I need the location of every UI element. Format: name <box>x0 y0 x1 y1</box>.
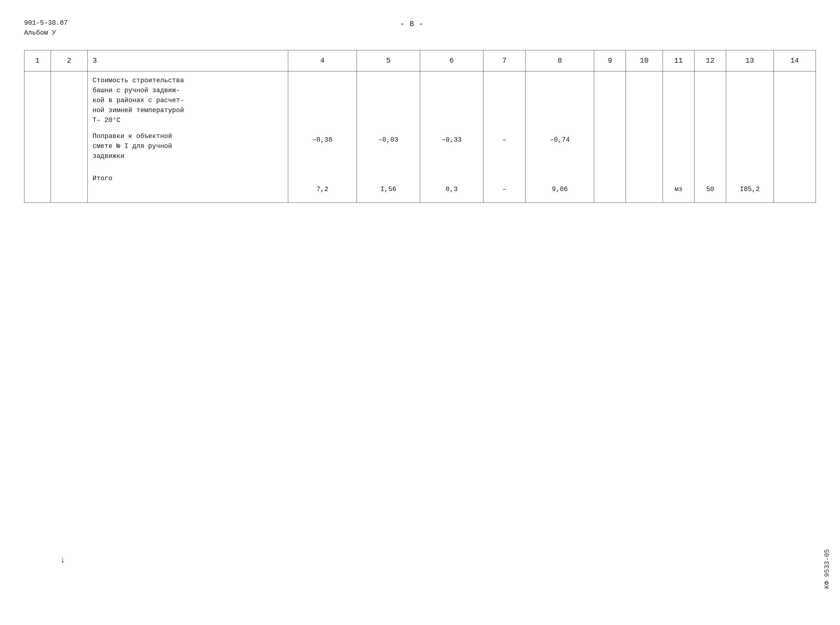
cell-r1-c9 <box>594 72 626 127</box>
column-headers-row: 1 2 3 4 5 6 7 8 9 10 11 12 13 14 <box>25 50 816 72</box>
cell-r3-c5: I,56 <box>356 169 420 202</box>
cell-r2-c5: –0,03 <box>356 127 420 169</box>
album-label: Альбом У <box>24 28 68 38</box>
cell-r2-c8: –0,74 <box>525 127 594 169</box>
cell-r1-c2 <box>51 72 88 127</box>
cell-r3-c3: Итого <box>88 169 288 202</box>
cell-r1-c14 <box>773 72 815 127</box>
cell-r2-c14 <box>773 127 815 169</box>
cell-r2-c2 <box>51 127 88 169</box>
cell-r1-c12 <box>694 72 726 127</box>
cell-r1-c6 <box>420 72 483 127</box>
page-header: 901-5-38.87 Альбом У - 8 - <box>24 18 816 38</box>
col-header-4: 4 <box>288 50 356 72</box>
col-header-8: 8 <box>525 50 594 72</box>
cell-r1-c1 <box>25 72 51 127</box>
col-header-14: 14 <box>773 50 815 72</box>
cell-r1-c5 <box>356 72 420 127</box>
cell-r3-c11: мз <box>663 169 694 202</box>
document-stamp: КФ 9533-05 <box>823 549 831 589</box>
cell-r1-c3: Стоимость строительствабашни с ручной за… <box>88 72 288 127</box>
col-header-13: 13 <box>726 50 774 72</box>
main-table: 1 2 3 4 5 6 7 8 9 10 11 12 13 14 Стоимо <box>24 50 816 203</box>
col-header-2: 2 <box>51 50 88 72</box>
col-header-10: 10 <box>626 50 663 72</box>
cell-r2-c4: –0,38 <box>288 127 356 169</box>
page-number: - 8 - <box>68 20 756 29</box>
col-header-5: 5 <box>356 50 420 72</box>
col-header-11: 11 <box>663 50 694 72</box>
col-header-9: 9 <box>594 50 626 72</box>
cell-r1-c7 <box>484 72 525 127</box>
col-header-12: 12 <box>694 50 726 72</box>
cell-r2-c13 <box>726 127 774 169</box>
cell-r2-c11 <box>663 127 694 169</box>
cell-r1-c13 <box>726 72 774 127</box>
table-row: Стоимость строительствабашни с ручной за… <box>25 72 816 127</box>
table-row: Итого 7,2 I,56 0,3 – 9,06 мз 50 I85,2 <box>25 169 816 202</box>
cell-r3-c2 <box>51 169 88 202</box>
cell-r1-c11 <box>663 72 694 127</box>
cell-r2-c1 <box>25 127 51 169</box>
cell-r3-c13: I85,2 <box>726 169 774 202</box>
cell-r3-c6: 0,3 <box>420 169 483 202</box>
table-row: Поправки к объектнойсмете № I для ручной… <box>25 127 816 169</box>
cell-r3-c8: 9,06 <box>525 169 594 202</box>
page: 901-5-38.87 Альбом У - 8 - 1 2 3 4 5 6 7… <box>0 0 840 625</box>
col-header-6: 6 <box>420 50 483 72</box>
cell-r1-c10 <box>626 72 663 127</box>
cell-r2-c7: – <box>484 127 525 169</box>
col-header-3: 3 <box>88 50 288 72</box>
cell-r2-c10 <box>626 127 663 169</box>
cell-r3-c12: 50 <box>694 169 726 202</box>
cell-r2-c3: Поправки к объектнойсмете № I для ручной… <box>88 127 288 169</box>
doc-info: 901-5-38.87 Альбом У <box>24 18 68 38</box>
col-header-1: 1 <box>25 50 51 72</box>
cell-r2-c6: –0,33 <box>420 127 483 169</box>
cell-r1-c8 <box>525 72 594 127</box>
doc-number: 901-5-38.87 <box>24 18 68 28</box>
cell-r3-c4: 7,2 <box>288 169 356 202</box>
col-header-7: 7 <box>484 50 525 72</box>
cell-r3-c1 <box>25 169 51 202</box>
cell-r3-c10 <box>626 169 663 202</box>
cell-r3-c14 <box>773 169 815 202</box>
cell-r2-c9 <box>594 127 626 169</box>
cell-r1-c4 <box>288 72 356 127</box>
cell-r2-c12 <box>694 127 726 169</box>
cell-r3-c9 <box>594 169 626 202</box>
cell-r3-c7: – <box>484 169 525 202</box>
bottom-arrow-symbol: ↓ <box>60 555 65 565</box>
